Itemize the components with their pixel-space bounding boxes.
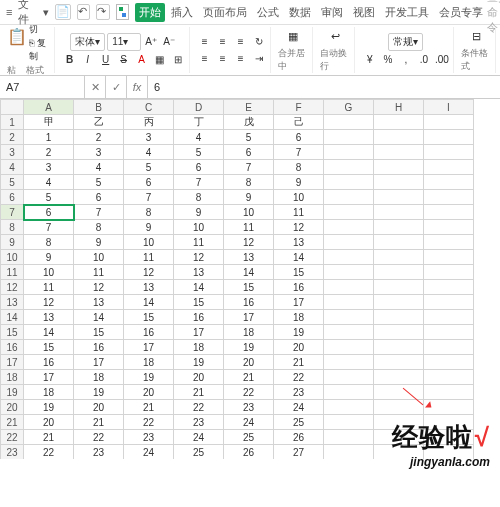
- cell[interactable]: [324, 250, 374, 265]
- cell[interactable]: 3: [24, 160, 74, 175]
- cell[interactable]: 15: [274, 265, 324, 280]
- cell[interactable]: 甲: [24, 115, 74, 130]
- cell[interactable]: 26: [224, 445, 274, 460]
- cell[interactable]: 14: [124, 295, 174, 310]
- cell[interactable]: [324, 235, 374, 250]
- cell[interactable]: [374, 415, 424, 430]
- cell[interactable]: 4: [124, 145, 174, 160]
- align-bottom-icon[interactable]: ≡: [233, 34, 249, 50]
- cell[interactable]: 11: [124, 250, 174, 265]
- spreadsheet-grid[interactable]: ABCDEFGHI1甲乙丙丁戊己212345632345674345678545…: [0, 99, 500, 459]
- cell[interactable]: 18: [24, 385, 74, 400]
- cell[interactable]: 25: [274, 415, 324, 430]
- cell[interactable]: 21: [124, 400, 174, 415]
- cell[interactable]: 23: [274, 385, 324, 400]
- cell[interactable]: 10: [124, 235, 174, 250]
- row-header[interactable]: 20: [1, 400, 24, 415]
- cell[interactable]: 22: [274, 370, 324, 385]
- cell[interactable]: 12: [74, 280, 124, 295]
- cell[interactable]: 15: [174, 295, 224, 310]
- cell[interactable]: 6: [124, 175, 174, 190]
- cell[interactable]: [424, 265, 474, 280]
- cell[interactable]: [424, 430, 474, 445]
- number-format-select[interactable]: 常规 ▾: [388, 33, 423, 51]
- cell[interactable]: [424, 250, 474, 265]
- cell[interactable]: 5: [74, 175, 124, 190]
- tab-insert[interactable]: 插入: [167, 3, 197, 22]
- row-header[interactable]: 4: [1, 160, 24, 175]
- cond-format-icon[interactable]: ⊟: [466, 27, 486, 46]
- tab-review[interactable]: 审阅: [317, 3, 347, 22]
- cell[interactable]: [424, 385, 474, 400]
- col-header[interactable]: G: [324, 100, 374, 115]
- strike-icon[interactable]: S: [116, 52, 132, 68]
- cell[interactable]: [424, 295, 474, 310]
- cell[interactable]: [324, 130, 374, 145]
- cell[interactable]: 18: [174, 340, 224, 355]
- cell[interactable]: 15: [24, 340, 74, 355]
- decrease-font-icon[interactable]: A⁻: [161, 34, 177, 50]
- currency-icon[interactable]: ¥: [362, 52, 378, 68]
- cell[interactable]: 10: [174, 220, 224, 235]
- cell[interactable]: 8: [274, 160, 324, 175]
- cell[interactable]: [374, 235, 424, 250]
- cell[interactable]: 12: [224, 235, 274, 250]
- cell[interactable]: [324, 190, 374, 205]
- cell[interactable]: 20: [74, 400, 124, 415]
- align-center-icon[interactable]: ≡: [215, 51, 231, 67]
- cell[interactable]: 11: [174, 235, 224, 250]
- cell[interactable]: 16: [24, 355, 74, 370]
- fill-color-icon[interactable]: ▦: [152, 52, 168, 68]
- cell[interactable]: 7: [124, 190, 174, 205]
- menu-icon[interactable]: ≡: [6, 6, 12, 18]
- cell[interactable]: [324, 160, 374, 175]
- cell[interactable]: 11: [224, 220, 274, 235]
- cell[interactable]: 23: [74, 445, 124, 460]
- tab-dev[interactable]: 开发工具: [381, 3, 433, 22]
- cell[interactable]: 17: [174, 325, 224, 340]
- cell[interactable]: 17: [224, 310, 274, 325]
- cell[interactable]: 27: [274, 445, 324, 460]
- cell[interactable]: 16: [224, 295, 274, 310]
- format-painter-button[interactable]: 格式刷: [26, 64, 51, 76]
- cell[interactable]: [374, 220, 424, 235]
- row-header[interactable]: 18: [1, 370, 24, 385]
- cell[interactable]: 8: [74, 220, 124, 235]
- cell[interactable]: 20: [174, 370, 224, 385]
- underline-icon[interactable]: U: [98, 52, 114, 68]
- cell[interactable]: 14: [224, 265, 274, 280]
- wrap-icon[interactable]: ↩: [325, 27, 345, 46]
- cell[interactable]: 丁: [174, 115, 224, 130]
- cell[interactable]: [324, 370, 374, 385]
- cell[interactable]: [324, 325, 374, 340]
- row-header[interactable]: 17: [1, 355, 24, 370]
- cell[interactable]: [324, 430, 374, 445]
- cell[interactable]: [324, 445, 374, 460]
- cell[interactable]: [324, 400, 374, 415]
- formula-input[interactable]: 6: [148, 81, 500, 93]
- cell[interactable]: [324, 220, 374, 235]
- cell[interactable]: [324, 265, 374, 280]
- cell[interactable]: 15: [74, 325, 124, 340]
- cell[interactable]: [324, 145, 374, 160]
- cell[interactable]: [374, 130, 424, 145]
- row-header[interactable]: 21: [1, 415, 24, 430]
- row-header[interactable]: 16: [1, 340, 24, 355]
- increase-font-icon[interactable]: A⁺: [143, 34, 159, 50]
- align-left-icon[interactable]: ≡: [197, 51, 213, 67]
- row-header[interactable]: 3: [1, 145, 24, 160]
- row-header[interactable]: 12: [1, 280, 24, 295]
- row-header[interactable]: 14: [1, 310, 24, 325]
- cell[interactable]: [374, 400, 424, 415]
- align-middle-icon[interactable]: ≡: [215, 34, 231, 50]
- cell[interactable]: 22: [174, 400, 224, 415]
- cell[interactable]: [374, 265, 424, 280]
- cell[interactable]: 21: [24, 430, 74, 445]
- col-header[interactable]: A: [24, 100, 74, 115]
- col-header[interactable]: I: [424, 100, 474, 115]
- cell[interactable]: 22: [74, 430, 124, 445]
- cell[interactable]: 18: [74, 370, 124, 385]
- tab-member[interactable]: 会员专享: [435, 3, 487, 22]
- cell[interactable]: 18: [124, 355, 174, 370]
- cell[interactable]: 22: [24, 445, 74, 460]
